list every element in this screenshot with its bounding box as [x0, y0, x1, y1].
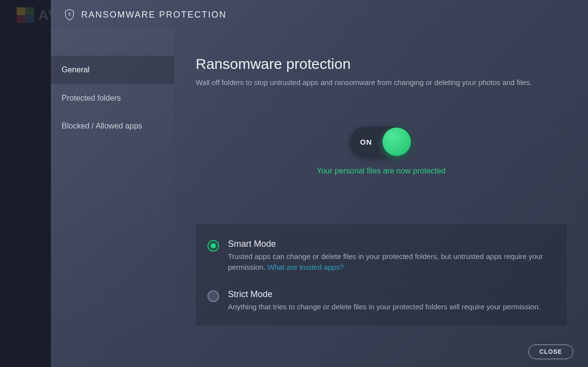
- sidebar-item-protected-folders[interactable]: Protected folders: [51, 84, 174, 112]
- mode-texts: Strict Mode Anything that tries to chang…: [228, 289, 555, 312]
- content-area: Ransomware protection Wall off folders t…: [174, 27, 588, 367]
- brand-logo-icon: [17, 7, 34, 23]
- mode-desc-text: Anything that tries to change or delete …: [228, 302, 541, 311]
- toggle-state-label: ON: [360, 138, 372, 146]
- toggle-status-text: Your personal files are now protected: [317, 167, 446, 175]
- page-title: Ransomware protection: [196, 56, 566, 72]
- mode-option-strict[interactable]: Strict Mode Anything that tries to chang…: [207, 282, 555, 312]
- page-subtitle: Wall off folders to stop untrusted apps …: [196, 77, 566, 87]
- sidebar-item-general[interactable]: General: [51, 56, 174, 84]
- protection-toggle[interactable]: ON: [350, 127, 412, 157]
- toggle-knob-icon: [383, 128, 411, 156]
- panel-body: General Protected folders Blocked / Allo…: [51, 27, 588, 367]
- side-nav: General Protected folders Blocked / Allo…: [51, 27, 174, 367]
- toggle-area: ON Your personal files are now protected: [196, 127, 566, 175]
- mode-option-smart[interactable]: Smart Mode Trusted apps can change or de…: [207, 237, 555, 282]
- radio-strict-mode[interactable]: [207, 290, 219, 302]
- radio-smart-mode[interactable]: [207, 240, 219, 252]
- panel-header: $ RANSOMWARE PROTECTION: [51, 0, 588, 27]
- mode-title: Strict Mode: [228, 289, 555, 300]
- panel-title: RANSOMWARE PROTECTION: [81, 10, 226, 20]
- trusted-apps-link[interactable]: What are trusted apps?: [268, 263, 344, 271]
- svg-text:$: $: [68, 12, 71, 17]
- mode-description: Anything that tries to change or delete …: [228, 302, 555, 312]
- shield-icon: $: [65, 9, 74, 21]
- mode-description: Trusted apps can change or delete files …: [228, 251, 555, 273]
- mode-title: Smart Mode: [228, 239, 555, 249]
- sidebar-item-blocked-allowed-apps[interactable]: Blocked / Allowed apps: [51, 112, 174, 140]
- panel-footer: CLOSE: [528, 345, 573, 359]
- mode-selection: Smart Mode Trusted apps can change or de…: [196, 224, 566, 325]
- settings-panel: $ RANSOMWARE PROTECTION General Protecte…: [51, 0, 588, 367]
- close-button[interactable]: CLOSE: [528, 345, 573, 359]
- mode-texts: Smart Mode Trusted apps can change or de…: [228, 239, 555, 273]
